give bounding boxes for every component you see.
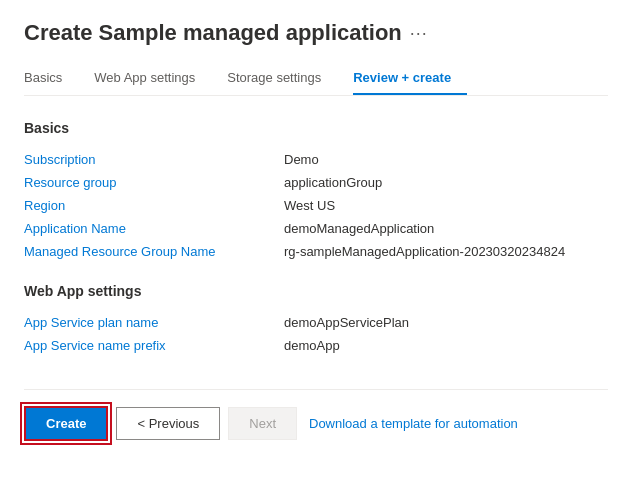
previous-button[interactable]: < Previous <box>116 407 220 440</box>
tab-webapp[interactable]: Web App settings <box>94 62 211 95</box>
label-application-name: Application Name <box>24 217 284 240</box>
label-region: Region <box>24 194 284 217</box>
basics-table: Subscription Demo Resource group applica… <box>24 148 608 263</box>
footer: Create < Previous Next Download a templa… <box>24 389 608 441</box>
label-resource-group: Resource group <box>24 171 284 194</box>
basics-section-title: Basics <box>24 120 608 136</box>
label-managed-rg: Managed Resource Group Name <box>24 240 284 263</box>
value-app-service-prefix: demoApp <box>284 334 608 357</box>
tab-basics[interactable]: Basics <box>24 62 78 95</box>
label-app-service-prefix: App Service name prefix <box>24 334 284 357</box>
page-container: Create Sample managed application ··· Ba… <box>0 0 632 461</box>
value-subscription: Demo <box>284 148 608 171</box>
value-resource-group: applicationGroup <box>284 171 608 194</box>
table-row: App Service name prefix demoApp <box>24 334 608 357</box>
create-button[interactable]: Create <box>24 406 108 441</box>
value-app-service-plan: demoAppServicePlan <box>284 311 608 334</box>
webapp-section-title: Web App settings <box>24 283 608 299</box>
tab-review[interactable]: Review + create <box>353 62 467 95</box>
webapp-table: App Service plan name demoAppServicePlan… <box>24 311 608 357</box>
value-application-name: demoManagedApplication <box>284 217 608 240</box>
tab-storage[interactable]: Storage settings <box>227 62 337 95</box>
table-row: Subscription Demo <box>24 148 608 171</box>
tabs-nav: Basics Web App settings Storage settings… <box>24 62 608 96</box>
title-row: Create Sample managed application ··· <box>24 20 608 46</box>
ellipsis-menu-icon[interactable]: ··· <box>410 23 428 44</box>
basics-section: Basics Subscription Demo Resource group … <box>24 120 608 263</box>
table-row: App Service plan name demoAppServicePlan <box>24 311 608 334</box>
webapp-section: Web App settings App Service plan name d… <box>24 283 608 357</box>
label-subscription: Subscription <box>24 148 284 171</box>
next-button: Next <box>228 407 297 440</box>
value-region: West US <box>284 194 608 217</box>
table-row: Application Name demoManagedApplication <box>24 217 608 240</box>
page-title: Create Sample managed application <box>24 20 402 46</box>
label-app-service-plan: App Service plan name <box>24 311 284 334</box>
download-template-link[interactable]: Download a template for automation <box>305 408 522 439</box>
table-row: Managed Resource Group Name rg-sampleMan… <box>24 240 608 263</box>
value-managed-rg: rg-sampleManagedApplication-202303202348… <box>284 240 608 263</box>
table-row: Resource group applicationGroup <box>24 171 608 194</box>
table-row: Region West US <box>24 194 608 217</box>
